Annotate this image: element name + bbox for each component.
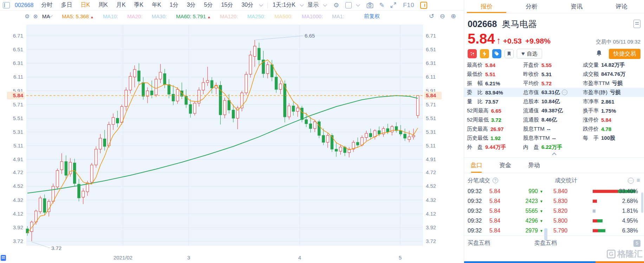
tick-row[interactable]: 09:325.842423▼ xyxy=(464,196,551,206)
candle-up[interactable] xyxy=(206,80,209,83)
candle-down[interactable] xyxy=(275,77,277,89)
candle-down[interactable] xyxy=(292,106,294,112)
period-分时[interactable]: 分时 xyxy=(41,1,52,9)
ma-indicator-item[interactable]: MA1: xyxy=(332,13,344,19)
candle-down[interactable] xyxy=(65,162,67,175)
zoom-out-icon[interactable]: ⊖ xyxy=(440,12,445,20)
candle-up[interactable] xyxy=(134,70,136,77)
candle-down[interactable] xyxy=(142,83,144,96)
candle-down[interactable] xyxy=(103,139,106,146)
subtab-异动[interactable]: 异动 xyxy=(528,161,540,169)
collapse-chevron-icon[interactable] xyxy=(552,152,557,157)
candle-down[interactable] xyxy=(78,184,80,198)
chart-style-icon[interactable] xyxy=(345,2,352,8)
fullscreen-expand-icon[interactable] xyxy=(390,2,397,8)
candle-down[interactable] xyxy=(116,118,119,123)
candle-up[interactable] xyxy=(279,84,282,90)
period-多日[interactable]: 多日 xyxy=(61,1,72,9)
candle-down[interactable] xyxy=(309,124,312,129)
volstat-row[interactable]: 5.84033.40% xyxy=(551,186,644,196)
chevron-down-icon[interactable] xyxy=(356,2,360,6)
period-30分[interactable]: 30分 xyxy=(241,1,253,9)
volume-toggle-icon[interactable] xyxy=(1,255,6,261)
ma-indicator-item[interactable]: MA5: 5.368▲ xyxy=(62,13,94,19)
undo-icon[interactable]: ↺ xyxy=(429,12,434,20)
candle-up[interactable] xyxy=(416,96,419,116)
candle-up[interactable] xyxy=(408,137,410,140)
candle-up[interactable] xyxy=(125,90,127,107)
candle-down[interactable] xyxy=(138,71,140,81)
volstat-row[interactable]: 5.7906.38% xyxy=(551,226,644,236)
candle-up[interactable] xyxy=(56,170,59,187)
bookmark-badge-icon[interactable] xyxy=(505,49,514,58)
tab-资讯[interactable]: 资讯 xyxy=(554,0,599,13)
candle-up[interactable] xyxy=(249,55,252,74)
candle-up[interactable] xyxy=(159,72,162,79)
help-icon[interactable]: ? xyxy=(493,178,498,183)
quick-trade-button[interactable]: 快捷交易 xyxy=(609,49,640,59)
ma-indicator-item[interactable]: MA20: xyxy=(127,13,142,19)
candle-down[interactable] xyxy=(284,84,286,117)
period-5分[interactable]: 5分 xyxy=(204,1,213,9)
candle-down[interactable] xyxy=(43,199,46,212)
candle-down[interactable] xyxy=(331,136,333,149)
display-menu[interactable]: 显示 xyxy=(307,1,319,9)
candle-up[interactable] xyxy=(412,136,415,137)
candle-down[interactable] xyxy=(189,105,191,113)
candle-up[interactable] xyxy=(365,133,367,138)
ma-indicator-item[interactable]: MA250: xyxy=(247,13,266,19)
candle-down[interactable] xyxy=(172,94,174,101)
ma-indicator-item[interactable]: MA120: xyxy=(220,13,238,19)
candle-down[interactable] xyxy=(26,229,28,233)
candle-down[interactable] xyxy=(399,131,402,134)
candle-up[interactable] xyxy=(176,90,179,101)
period-季K[interactable]: 季K xyxy=(134,1,143,9)
candle-down[interactable] xyxy=(73,163,76,184)
depth-level-badge[interactable]: 5 xyxy=(633,240,640,247)
scrollbar-thumb[interactable] xyxy=(544,228,547,240)
candle-up[interactable] xyxy=(31,222,33,231)
candle-down[interactable] xyxy=(232,110,234,118)
candle-up[interactable] xyxy=(95,149,97,165)
f10-button[interactable]: F10 xyxy=(403,2,414,9)
period-月K[interactable]: 月K xyxy=(116,1,126,9)
tick-row[interactable]: 09:325.844296▼ xyxy=(464,216,551,226)
candle-down[interactable] xyxy=(168,85,170,94)
bid-depth-label[interactable]: 买盘五档 xyxy=(468,239,490,247)
volstat-row[interactable]: 5.8004.95% xyxy=(551,216,644,226)
candle-up[interactable] xyxy=(52,186,54,201)
candle-up[interactable] xyxy=(373,131,376,137)
ask-depth-label[interactable]: 卖盘五档 xyxy=(534,239,557,247)
zoom-in-icon[interactable]: ⊕ xyxy=(451,12,456,20)
tab-分析[interactable]: 分析 xyxy=(509,0,554,13)
candle-down[interactable] xyxy=(369,133,372,137)
chevron-down-icon[interactable] xyxy=(300,2,304,6)
sidebar-toggle-icon[interactable] xyxy=(420,2,427,9)
lightning-badge-icon[interactable] xyxy=(480,49,489,58)
candle-up[interactable] xyxy=(313,122,316,129)
settings-gear-icon[interactable]: ⚙ xyxy=(333,1,339,9)
candle-down[interactable] xyxy=(219,85,222,115)
candle-down[interactable] xyxy=(386,129,389,132)
indicator-settings-icon[interactable]: ⚙ xyxy=(25,13,30,20)
candle-down[interactable] xyxy=(301,108,303,119)
volstat-row[interactable]: 5.8201.81% xyxy=(551,206,644,216)
period-周K[interactable]: 周K xyxy=(98,1,108,9)
subtab-资金[interactable]: 资金 xyxy=(499,161,511,169)
candle-down[interactable] xyxy=(163,74,166,85)
candle-up[interactable] xyxy=(326,136,329,143)
candle-down[interactable] xyxy=(305,120,307,124)
indicator-close-icon[interactable]: ⊗ xyxy=(33,13,38,20)
candle-up[interactable] xyxy=(112,118,115,125)
candle-up[interactable] xyxy=(121,107,123,123)
ma-indicator-item[interactable]: MA500: xyxy=(274,13,293,19)
tick-row[interactable]: 09:325.842979▼ xyxy=(464,226,551,236)
candle-down[interactable] xyxy=(322,136,325,143)
layout-icon[interactable] xyxy=(3,2,10,8)
add-watchlist-button[interactable]: ♥ 自选 xyxy=(517,49,542,59)
period-日K[interactable]: 日K xyxy=(80,1,90,9)
more-options-icon[interactable]: ⋯ xyxy=(628,178,634,184)
ma-indicator-item[interactable]: MA30: xyxy=(152,13,167,19)
candle-down[interactable] xyxy=(335,149,337,151)
candle-up[interactable] xyxy=(202,83,204,90)
